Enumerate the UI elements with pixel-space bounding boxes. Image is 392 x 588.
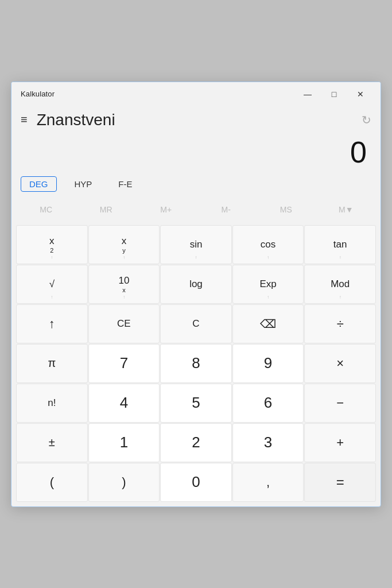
2-button[interactable]: 2	[160, 423, 232, 462]
sqrt-button[interactable]: √ ↑	[16, 265, 88, 304]
c-button[interactable]: C	[160, 304, 232, 343]
maximize-button[interactable]: □	[321, 85, 347, 103]
5-button[interactable]: 5	[160, 384, 232, 423]
log-button[interactable]: log	[160, 265, 232, 304]
mode-deg-button[interactable]: DEG	[21, 176, 57, 192]
shift-button[interactable]: ↑	[16, 304, 88, 343]
4-button[interactable]: 4	[88, 384, 160, 423]
ce-button[interactable]: CE	[88, 304, 160, 343]
openparen-button[interactable]: (	[16, 463, 88, 502]
xy-button[interactable]: xy ↑	[88, 225, 160, 264]
window-title: Kalkulator	[21, 90, 55, 98]
mode-fe-button[interactable]: F-E	[110, 176, 141, 192]
3-button[interactable]: 3	[232, 423, 304, 462]
mode-hyp-button[interactable]: HYP	[66, 176, 101, 192]
app-title: Znanstveni	[37, 111, 362, 129]
1-button[interactable]: 1	[88, 423, 160, 462]
nfact-button[interactable]: n!	[16, 384, 88, 423]
calculator-window: Kalkulator — □ ✕ ≡ Znanstveni ↻ 0 DEG HY…	[11, 82, 381, 507]
backspace-button[interactable]: ⌫	[232, 304, 304, 343]
divide-button[interactable]: ÷	[304, 304, 376, 343]
mc-button[interactable]: MC	[16, 199, 76, 220]
7-button[interactable]: 7	[88, 344, 160, 383]
ms-button[interactable]: MS	[256, 199, 316, 220]
minus-button[interactable]: −	[304, 384, 376, 423]
equals-button[interactable]: =	[304, 463, 376, 502]
pi-button[interactable]: π	[16, 344, 88, 383]
9-button[interactable]: 9	[232, 344, 304, 383]
plusminus-button[interactable]: ±	[16, 423, 88, 462]
10x-button[interactable]: 10x ↑	[88, 265, 160, 304]
mplus-button[interactable]: M+	[136, 199, 196, 220]
tan-button[interactable]: tan ↑	[304, 225, 376, 264]
app-header: ≡ Znanstveni ↻	[11, 105, 381, 131]
6-button[interactable]: 6	[232, 384, 304, 423]
comma-button[interactable]: ,	[232, 463, 304, 502]
mr-button[interactable]: MR	[76, 199, 137, 220]
closeparen-button[interactable]: )	[88, 463, 160, 502]
multiply-button[interactable]: ×	[304, 344, 376, 383]
8-button[interactable]: 8	[160, 344, 232, 383]
mminus-button[interactable]: M-	[196, 199, 257, 220]
plus-button[interactable]: +	[304, 423, 376, 462]
memory-bar: MC MR M+ M- MS M▼	[11, 196, 381, 223]
cos-button[interactable]: cos ↑	[232, 225, 304, 264]
hamburger-icon[interactable]: ≡	[21, 113, 28, 126]
0-button[interactable]: 0	[160, 463, 232, 502]
exp-button[interactable]: Exp ↑	[232, 265, 304, 304]
display-value: 0	[350, 137, 367, 167]
minimize-button[interactable]: —	[294, 85, 321, 103]
mode-bar: DEG HYP F-E	[11, 172, 381, 196]
close-button[interactable]: ✕	[347, 85, 374, 103]
title-bar: Kalkulator — □ ✕	[11, 82, 381, 105]
mod-button[interactable]: Mod ↑	[304, 265, 376, 304]
window-controls: — □ ✕	[294, 85, 374, 103]
sin-button[interactable]: sin ↑	[160, 225, 232, 264]
mdown-button[interactable]: M▼	[316, 199, 377, 220]
history-icon[interactable]: ↻	[362, 113, 371, 127]
x2-button[interactable]: x2 ↑	[16, 225, 88, 264]
display-area: 0	[11, 131, 381, 172]
calculator-grid: x2 ↑ xy ↑ sin ↑ cos ↑ tan ↑ √ ↑ 10x ↑ lo	[11, 223, 381, 506]
